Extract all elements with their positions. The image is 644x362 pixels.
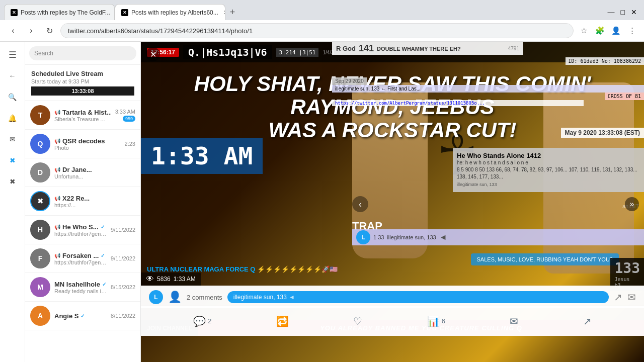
channel-time-angie: 8/11/2022 xyxy=(111,313,135,319)
channel-avatar-tartaria: T xyxy=(30,105,50,125)
user-profile-icon[interactable]: 👤 xyxy=(610,25,622,37)
channel-meta-mn: Ready teddy nails it creatur... xyxy=(54,288,107,294)
comment-button[interactable]: 💬 2 xyxy=(193,315,211,327)
tweet-engagement-bar: 💬 2 🔁 ♡ 📊 6 ✉ ↗ xyxy=(141,306,644,336)
channel-info-forsaken: 📢 Forsaken ... ✓ https://truthfor7genera… xyxy=(54,252,107,265)
verified-icon-mn: ✓ xyxy=(102,282,106,287)
refresh-button[interactable]: ↻ xyxy=(42,24,56,38)
tab-1[interactable]: ✕ Posts with replies by The GoldF... ✕ xyxy=(4,4,115,20)
tab-bar: ✕ Posts with replies by The GoldF... ✕ ✕… xyxy=(0,0,644,20)
forward-button[interactable]: › xyxy=(24,24,38,38)
channel-item-mn[interactable]: M MN Isahellhole ✓ Ready teddy nails it … xyxy=(25,273,140,302)
channel-item-tartaria[interactable]: T 📢 Tartaria & Hist... Siberia's Treasur… xyxy=(25,101,140,130)
analytics-button[interactable]: 📊 6 xyxy=(427,315,445,327)
mail-icon: ✉ xyxy=(510,315,518,327)
person-icon[interactable]: 👤 xyxy=(168,291,182,304)
channel-item-drjane[interactable]: D 📢 Dr Jane... Unfortuna... xyxy=(25,158,140,187)
channel-info-x22: 📢 X22 Re... https://... xyxy=(54,195,135,208)
date-display: May 9 2020 13:33:08 (EST) xyxy=(561,128,644,138)
close-window-button[interactable]: ✕ xyxy=(628,8,640,16)
megaphone-icon-qsr: 📢 xyxy=(54,138,60,144)
sep-date-text: Sep 29 2020 xyxy=(335,78,364,84)
channel-avatar-hewho: H xyxy=(30,220,50,240)
extensions-icon[interactable]: 🧩 xyxy=(594,25,606,37)
message-icon[interactable]: ✉ xyxy=(627,291,636,303)
verified-icon-forsaken: ✓ xyxy=(101,253,105,258)
settings-icon[interactable]: ⋮ xyxy=(626,25,638,37)
channel-avatar-mn: M xyxy=(30,277,50,297)
channel-name-hewho: 📢 He Who S... ✓ xyxy=(54,223,107,231)
love-text: SALES, MUSIC, LOVE, RUBBING YEAH DON'T Y… xyxy=(477,256,613,262)
close-button[interactable]: ✕ xyxy=(146,47,160,61)
channel-info-drjane: 📢 Dr Jane... Unfortuna... xyxy=(54,166,135,179)
send-arrow-icon[interactable]: ↗ xyxy=(614,291,622,303)
verified-icon-hewho: ✓ xyxy=(101,224,105,230)
illegit-133-scrollbar: L 1 33 illegitimate sun, 133 ◄ xyxy=(352,229,644,245)
channel-name-mn: MN Isahellhole ✓ xyxy=(54,281,107,288)
channel-avatar-forsaken: F xyxy=(30,248,50,268)
sidebar-home-icon[interactable]: ← xyxy=(3,66,22,85)
sidebar-content: Search Scheduled Live Stream Starts toda… xyxy=(25,42,140,362)
bookmark-star-icon[interactable]: ☆ xyxy=(578,25,590,37)
channel-meta-forsaken: https://truthfor7generation... xyxy=(54,259,107,265)
tab-2-close[interactable]: ✕ xyxy=(223,9,225,16)
left-nav-arrow[interactable]: ‹ xyxy=(352,196,368,212)
eye-icon: 👁 xyxy=(146,275,154,284)
channel-meta-x22: https://... xyxy=(54,202,135,208)
code-display: Q.|Hs1Jq13|V6 xyxy=(183,45,272,59)
channel-avatar-drjane: D xyxy=(30,162,50,183)
channel-item-qsr[interactable]: Q 📢 QSR decodes Photo 2:23 xyxy=(25,130,140,158)
maximize-button[interactable]: □ xyxy=(618,8,628,16)
back-button[interactable]: ‹ xyxy=(6,24,20,38)
channel-name-bottom: ULTRA NUCLEAR MAGA FORCE Q ⚡⚡⚡⚡⚡⚡⚡⚡🚀🇺🇸 xyxy=(147,265,338,273)
search-placeholder: Search xyxy=(34,50,53,57)
sidebar-message-icon[interactable]: ✉ xyxy=(3,130,22,149)
right-nav-arrow[interactable]: » xyxy=(625,197,639,211)
tweet-action-bar: L 👤 2 comments illegitimate sun, 133 ◄ ↗… xyxy=(141,286,644,308)
tab-2-label: Posts with replies by Alberts60... xyxy=(131,9,218,16)
sidebar-search-icon[interactable]: 🔍 xyxy=(3,87,22,107)
hw-num: 1412 xyxy=(526,152,541,159)
address-bar[interactable]: twitter.com/alberts60star/status/1729454… xyxy=(60,23,574,38)
channel-name-angie: Angie S ✓ xyxy=(54,312,107,320)
url-text: https://twitter.com/AlbertPergram/status… xyxy=(335,101,485,106)
new-tab-button[interactable]: + xyxy=(225,5,239,19)
rgod-count: 141 xyxy=(359,43,374,54)
channel-item-angie[interactable]: A Angie S ✓ 8/11/2022 xyxy=(25,302,140,330)
sidebar-menu-icon[interactable]: ☰ xyxy=(3,45,22,64)
channel-info-mn: MN Isahellhole ✓ Ready teddy nails it cr… xyxy=(54,281,107,294)
channel-name-x22: 📢 X22 Re... xyxy=(54,195,135,202)
message-button[interactable]: ✉ xyxy=(510,315,518,327)
channel-item-x22[interactable]: ✖ 📢 X22 Re... https://... xyxy=(25,187,140,216)
comment-icon: 💬 xyxy=(193,315,206,327)
channel-item-forsaken[interactable]: F 📢 Forsaken ... ✓ https://truthfor7gene… xyxy=(25,244,140,273)
sidebar-x-icon-2[interactable]: ✖ xyxy=(3,172,22,191)
retweet-icon: 🔁 xyxy=(276,315,289,327)
search-bar[interactable]: Search xyxy=(29,46,136,60)
share-button[interactable]: ↗ xyxy=(583,315,592,327)
sidebar-notification-icon[interactable]: 🔔 xyxy=(3,109,22,128)
channel-name-forsaken: 📢 Forsaken ... ✓ xyxy=(54,252,107,259)
double-whammy-text: DOUBLE WHAMMY THERE EH? xyxy=(377,46,461,52)
channel-avatar-qsr: Q xyxy=(30,134,50,154)
live-bar-text: illegitimate sun, 133 xyxy=(233,294,287,301)
minimize-button[interactable]: — xyxy=(605,8,618,16)
chart-icon: 📊 xyxy=(427,315,440,327)
sidebar-x-icon-1[interactable]: ✖ xyxy=(3,151,22,170)
share-icon: ↗ xyxy=(583,315,592,327)
channel-badge-tartaria: 959 xyxy=(123,116,135,122)
channel-info-hewho: 📢 He Who S... ✓ https://truthfor7generat… xyxy=(54,223,107,237)
channel-item-hewho[interactable]: H 📢 He Who S... ✓ https://truthfor7gener… xyxy=(25,216,140,244)
tab-2[interactable]: ✕ Posts with replies by Alberts60... ✕ xyxy=(115,4,225,20)
main-content: ☥ ✕ » ‹ 17:56:17 Q.|Hs1Jq13|V6 3|214 |3|… xyxy=(141,42,644,362)
channel-meta-drjane: Unfortuna... xyxy=(54,173,135,179)
like-button[interactable]: ♡ xyxy=(353,315,362,327)
megaphone-icon: 📢 xyxy=(54,110,60,115)
live-comment-bar[interactable]: illegitimate sun, 133 ◄ xyxy=(227,291,609,303)
hw-title: He Who Stands Alone 1412 xyxy=(457,152,640,159)
rgod-bar: R God 141 DOUBLE WHAMMY THERE EH? 4791 xyxy=(332,42,523,55)
retweet-button[interactable]: 🔁 xyxy=(276,315,289,327)
scheduled-stream-section: Scheduled Live Stream Starts today at 9:… xyxy=(25,65,140,101)
hw-numbers: he: h e w h o s t a n d s a l o n e 8 5 … xyxy=(457,159,640,188)
live-indicator: L xyxy=(149,290,163,304)
